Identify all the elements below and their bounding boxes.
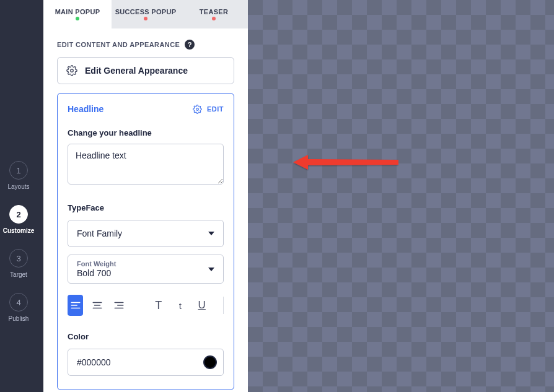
color-field[interactable]: #000000	[68, 349, 224, 376]
card-header: Headline EDIT	[68, 103, 224, 115]
status-dot-icon	[144, 17, 147, 20]
step-label: Layouts	[7, 183, 29, 190]
help-icon[interactable]: ?	[185, 40, 195, 50]
select-placeholder: Font Family	[77, 229, 122, 238]
tabs: MAIN POPUP SUCCESS POPUP TEASER	[43, 0, 248, 28]
step-label: Target	[10, 271, 27, 278]
chevron-down-icon	[208, 232, 214, 235]
editor-scroll[interactable]: EDIT CONTENT AND APPEARANCE ? Edit Gener…	[43, 28, 248, 392]
card-edit-button[interactable]: EDIT	[192, 103, 224, 115]
tab-label: TEASER	[200, 8, 228, 15]
card-title: Headline	[68, 104, 103, 114]
tab-main-popup[interactable]: MAIN POPUP	[43, 0, 112, 28]
align-left-button[interactable]	[68, 295, 83, 316]
canvas-area[interactable]	[248, 0, 554, 392]
align-right-button[interactable]	[111, 295, 126, 316]
step-publish[interactable]: 4 Publish	[9, 293, 29, 322]
font-weight-select[interactable]: Font Weight Bold 700	[68, 255, 224, 284]
align-center-button[interactable]	[89, 295, 105, 316]
text-case-lower-button[interactable]: t	[172, 295, 188, 316]
svg-point-1	[196, 108, 199, 110]
chevron-down-icon	[208, 268, 214, 271]
tab-success-popup[interactable]: SUCCESS POPUP	[112, 0, 180, 28]
edit-general-appearance-button[interactable]: Edit General Appearance	[57, 57, 234, 84]
editor-panel: MAIN POPUP SUCCESS POPUP TEASER EDIT CON…	[43, 0, 248, 392]
underline-button[interactable]: U	[194, 295, 209, 316]
step-number: 1	[9, 161, 28, 180]
color-hex: #000000	[77, 357, 111, 367]
tab-label: MAIN POPUP	[55, 8, 100, 15]
text-case-upper-button[interactable]: T	[151, 295, 166, 316]
format-toolbar: T t U	[68, 295, 224, 316]
color-label: Color	[68, 332, 224, 341]
typeface-label: TypeFace	[68, 203, 224, 212]
status-dot-icon	[76, 17, 79, 20]
step-number: 4	[9, 293, 28, 311]
font-family-select[interactable]: Font Family	[68, 220, 224, 247]
select-mini-label: Font Weight	[77, 260, 116, 268]
step-customize[interactable]: 2 Customize	[3, 205, 35, 234]
button-label: Edit General Appearance	[85, 66, 188, 76]
edit-label: EDIT	[207, 105, 224, 113]
step-label: Publish	[9, 315, 29, 322]
step-target[interactable]: 3 Target	[9, 249, 28, 278]
section-header-text: EDIT CONTENT AND APPEARANCE	[57, 41, 180, 48]
step-layouts[interactable]: 1 Layouts	[7, 161, 29, 190]
tab-label: SUCCESS POPUP	[115, 8, 177, 15]
select-inner: Font Weight Bold 700	[77, 260, 116, 278]
tab-teaser[interactable]: TEASER	[180, 0, 248, 28]
divider	[223, 297, 224, 314]
headline-textarea[interactable]	[68, 144, 224, 185]
select-value: Bold 700	[77, 268, 116, 278]
color-swatch[interactable]	[203, 355, 217, 369]
status-dot-icon	[212, 17, 216, 20]
change-headline-label: Change your headline	[68, 128, 224, 137]
svg-point-0	[71, 69, 74, 72]
step-number: 2	[9, 205, 28, 224]
headline-card: Headline EDIT Change your headline TypeF…	[57, 93, 234, 390]
section-header: EDIT CONTENT AND APPEARANCE ?	[57, 40, 234, 50]
step-label: Customize	[3, 227, 35, 234]
step-nav: 1 Layouts 2 Customize 3 Target 4 Publish	[0, 0, 37, 392]
step-number: 3	[9, 249, 28, 268]
gear-icon	[192, 103, 203, 115]
gear-icon	[66, 65, 77, 76]
